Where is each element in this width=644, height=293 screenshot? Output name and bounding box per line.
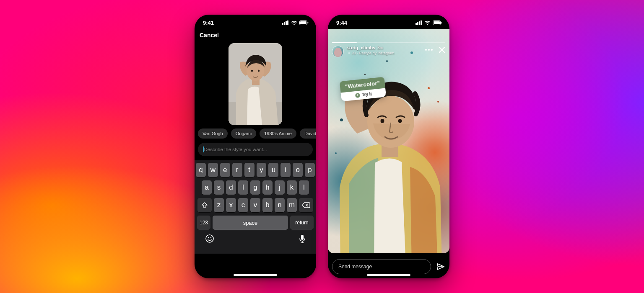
svg-point-28 [425,49,427,51]
home-indicator [234,274,277,276]
text-caret [203,146,204,152]
shift-icon [201,202,208,208]
key-g[interactable]: g [250,180,260,195]
key-r[interactable]: r [232,163,242,177]
svg-rect-0 [282,23,283,25]
sparkle-icon [355,93,360,98]
key-h[interactable]: h [262,180,273,195]
key-shift[interactable] [197,198,212,212]
style-prompt-placeholder: Describe the style you want... [204,147,267,152]
status-bar: 9:41 [195,15,316,29]
phone-story-viewer: 9:44 [328,15,449,278]
svg-point-27 [398,119,402,123]
key-b[interactable]: b [262,198,273,212]
key-l[interactable]: l [299,180,309,195]
sparkle-icon [347,51,351,55]
status-bar: 9:44 [328,15,449,29]
battery-icon [299,21,309,25]
key-123[interactable]: 123 [197,216,210,230]
style-chips: Van Gogh Origami 1980's Anime David Ho [195,129,316,139]
key-t[interactable]: t [244,163,254,177]
key-w[interactable]: w [208,163,218,177]
svg-point-14 [208,237,209,239]
story-view[interactable]: sariq_climbs 3m AI · Restyle by Instagra… [328,29,449,278]
style-prompt-input[interactable]: Describe the style you want... [198,143,313,156]
svg-rect-20 [421,21,422,25]
wifi-icon [291,21,297,25]
svg-rect-1 [284,22,285,25]
share-icon[interactable] [436,262,445,271]
key-j[interactable]: j [275,180,285,195]
story-age: 3m [377,46,383,51]
key-space[interactable]: space [213,216,288,230]
key-x[interactable]: x [226,198,236,212]
key-p[interactable]: p [305,163,315,177]
phone-restyle-editor: 9:41 Cancel [195,15,316,278]
story-progress [332,42,445,43]
key-n[interactable]: n [275,198,285,212]
svg-point-26 [381,119,384,123]
more-icon[interactable] [425,49,433,51]
svg-point-15 [210,237,212,239]
svg-rect-17 [415,23,417,25]
story-ai-label: AI · Restyle by Instagram [352,51,395,56]
key-i[interactable]: i [280,163,291,177]
status-icons [282,21,309,25]
battery-icon [433,21,442,25]
status-time: 9:44 [336,20,347,26]
svg-point-11 [251,69,253,72]
key-f[interactable]: f [238,180,248,195]
key-backspace[interactable] [299,198,313,212]
style-chip[interactable]: 1980's Anime [260,129,296,139]
key-y[interactable]: y [257,163,267,177]
story-header-text: sariq_climbs 3m AI · Restyle by Instagra… [347,45,422,56]
status-time: 9:41 [203,20,214,26]
key-k[interactable]: k [287,180,297,195]
cellular-icon [415,21,422,25]
keyboard: q w e r t y u i o p a s d f g h j k l z [195,160,316,254]
style-chip[interactable]: Van Gogh [198,129,228,139]
svg-rect-5 [300,21,306,24]
key-a[interactable]: a [202,180,212,195]
key-u[interactable]: u [268,163,278,177]
close-icon[interactable] [439,46,445,53]
style-chip[interactable]: Origami [231,129,257,139]
svg-rect-2 [286,21,287,25]
key-e[interactable]: e [220,163,230,177]
svg-rect-6 [308,22,309,23]
cellular-icon [282,21,289,25]
key-d[interactable]: d [226,180,236,195]
svg-point-12 [258,69,260,72]
story-image [328,29,449,253]
svg-rect-18 [417,22,418,25]
story-username[interactable]: sariq_climbs [347,45,375,51]
svg-rect-19 [419,21,420,25]
dictation-button[interactable] [299,234,306,245]
key-o[interactable]: o [293,163,303,177]
key-s[interactable]: s [214,180,224,195]
send-message-placeholder: Send message [338,264,372,270]
key-return[interactable]: return [290,216,314,230]
svg-rect-16 [301,235,304,240]
key-z[interactable]: z [214,198,224,212]
key-v[interactable]: v [250,198,260,212]
key-q[interactable]: q [196,163,206,177]
mic-icon [299,234,306,244]
style-chip[interactable]: David Ho [300,129,316,139]
emoji-icon [205,234,214,243]
key-c[interactable]: c [238,198,248,212]
backspace-icon [302,202,310,208]
svg-rect-3 [287,21,288,25]
status-icons [415,21,442,25]
sticker-cta-label: Try It [362,92,372,97]
send-message-input[interactable]: Send message [332,259,431,274]
image-preview [229,43,282,125]
svg-point-13 [206,235,213,242]
svg-point-30 [431,49,433,51]
key-m[interactable]: m [287,198,297,212]
avatar[interactable] [332,46,344,57]
svg-point-29 [428,49,430,51]
emoji-button[interactable] [205,234,214,245]
cancel-button[interactable]: Cancel [200,32,219,39]
svg-rect-23 [441,22,442,23]
